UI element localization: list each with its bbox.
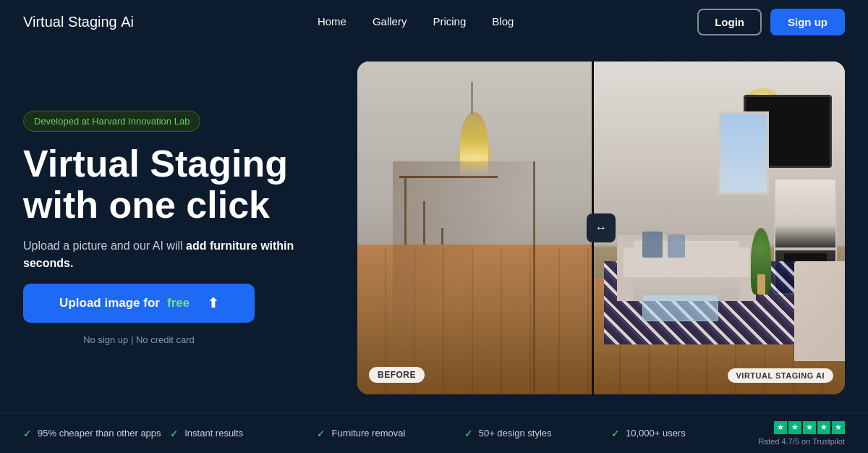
left-panel: Developed at Harvard Innovation Lab Virt… [23, 111, 334, 345]
before-after-panel: ↔ BEFORE VIRTUAL STAGING AI [357, 62, 845, 394]
no-signup-text: No sign up | No credit card [23, 334, 255, 345]
brand-suffix: Ai [121, 14, 134, 30]
window-element [718, 111, 769, 195]
feature-cheaper: ✓ 95% cheaper than other apps [23, 428, 170, 439]
star-3: ★ [803, 421, 816, 434]
upload-button-free: free [167, 296, 190, 310]
before-after-container: ↔ BEFORE VIRTUAL STAGING AI [357, 62, 845, 394]
feature-styles: ✓ 50+ design styles [464, 428, 611, 439]
coffee-table-element [642, 295, 718, 321]
hero-title-line2: with one click [23, 184, 270, 226]
plant-element [751, 228, 771, 295]
star-2: ★ [788, 421, 801, 434]
feature-users-label: 10,000+ users [626, 428, 686, 439]
hero-subtitle-plain: Upload a picture and our AI will [23, 240, 186, 252]
check-icon-5: ✓ [611, 428, 620, 439]
after-label: VIRTUAL STAGING AI [728, 368, 833, 383]
brand-logo: Virtual Staging Ai [23, 14, 134, 30]
main-content: Developed at Harvard Innovation Lab Virt… [0, 43, 868, 412]
upload-button[interactable]: Upload image for free ⬆ [23, 284, 255, 323]
feature-instant: ✓ Instant results [170, 428, 317, 439]
divider-handle[interactable]: ↔ [587, 213, 616, 242]
feature-cheaper-label: 95% cheaper than other apps [38, 428, 161, 439]
brand-name: Virtual Staging [23, 14, 117, 30]
upload-icon: ⬆ [208, 295, 218, 311]
trustpilot-stars: ★ ★ ★ ★ ★ [774, 421, 845, 434]
star-5: ★ [832, 421, 845, 434]
check-icon-1: ✓ [23, 428, 32, 439]
upload-button-prefix: Upload image for [59, 296, 160, 310]
bottom-bar: ✓ 95% cheaper than other apps ✓ Instant … [0, 412, 868, 453]
before-half [357, 62, 592, 394]
trustpilot-text: Rated 4.7/5 on Trustpilot [758, 437, 845, 446]
nav-links: Home Gallery Pricing Blog [318, 15, 514, 28]
navbar: Virtual Staging Ai Home Gallery Pricing … [0, 0, 868, 43]
hero-title: Virtual Staging with one click [23, 143, 334, 226]
nav-gallery[interactable]: Gallery [373, 15, 407, 27]
feature-instant-label: Instant results [184, 428, 243, 439]
star-4: ★ [817, 421, 830, 434]
nav-pricing[interactable]: Pricing [433, 15, 466, 27]
check-icon-2: ✓ [170, 428, 179, 439]
trustpilot-section: ★ ★ ★ ★ ★ Rated 4.7/5 on Trustpilot [758, 421, 845, 446]
nav-buttons: Login Sign up [697, 9, 845, 35]
after-half [592, 62, 845, 394]
feature-removal-label: Furniture removal [331, 428, 405, 439]
harvard-badge: Developed at Harvard Innovation Lab [23, 111, 200, 132]
feature-removal: ✓ Furniture removal [317, 428, 464, 439]
sofa-element [617, 241, 757, 301]
nav-home[interactable]: Home [318, 15, 346, 27]
before-label: BEFORE [369, 367, 425, 383]
star-1: ★ [774, 421, 787, 434]
feature-users: ✓ 10,000+ users [611, 428, 758, 439]
check-icon-3: ✓ [317, 428, 326, 439]
check-icon-4: ✓ [464, 428, 473, 439]
hero-title-line1: Virtual Staging [23, 143, 288, 185]
login-button[interactable]: Login [697, 9, 762, 35]
hero-subtitle: Upload a picture and our AI will add fur… [23, 237, 298, 272]
signup-button[interactable]: Sign up [770, 9, 845, 35]
nav-blog[interactable]: Blog [492, 15, 514, 27]
feature-styles-label: 50+ design styles [479, 428, 552, 439]
